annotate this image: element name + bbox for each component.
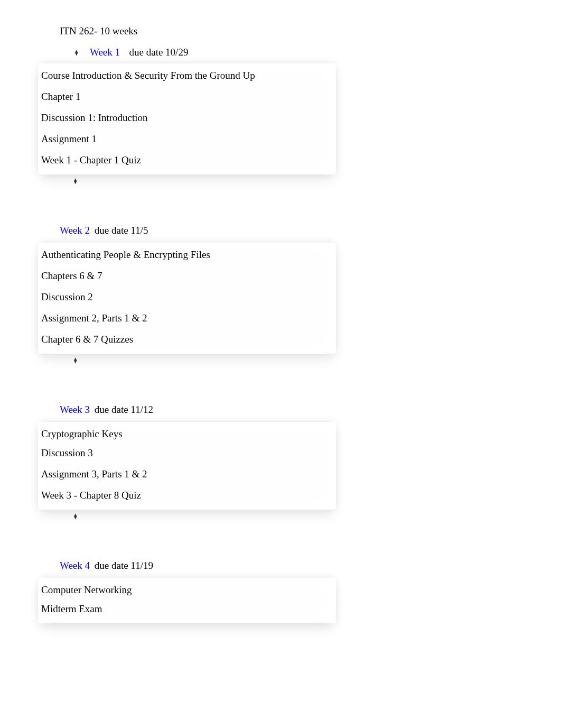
week-header-row: Week 3 due date 11/12	[60, 404, 561, 416]
content-line: Assignment 2, Parts 1 & 2	[41, 312, 333, 324]
bullet-icon: ⧫	[74, 178, 561, 185]
content-line: Chapter 1	[41, 91, 333, 103]
week-link[interactable]: Week 2	[60, 225, 90, 236]
content-line: Computer Networking	[41, 584, 333, 596]
course-title: ITN 262- 10 weeks	[60, 25, 561, 37]
content-line: Chapter 6 & 7 Quizzes	[41, 334, 333, 345]
week-header-row: Week 4 due date 11/19	[60, 560, 561, 572]
content-line: Chapters 6 & 7	[41, 270, 333, 282]
week-header-row: Week 2 due date 11/5	[60, 225, 561, 236]
bullet-icon: ⧫	[74, 357, 561, 364]
content-line: Midterm Exam	[41, 603, 333, 615]
content-line: Discussion 1: Introduction	[41, 112, 333, 124]
week-header-row: ⧫ Week 1 due date 10/29	[74, 47, 561, 58]
due-date-text: due date 11/19	[95, 560, 153, 571]
week4-content-box: Computer Networking Midterm Exam	[38, 578, 336, 623]
due-date-text: due date 11/5	[95, 225, 148, 236]
week3-content-box: Cryptographic Keys Discussion 3 Assignme…	[38, 422, 336, 510]
content-line: Week 1 - Chapter 1 Quiz	[41, 154, 333, 166]
due-date-text: due date 10/29	[129, 47, 189, 58]
content-line: Discussion 3	[41, 447, 333, 459]
week-link[interactable]: Week 4	[60, 560, 90, 571]
bullet-icon: ⧫	[74, 513, 561, 520]
week-link[interactable]: Week 1	[90, 47, 120, 58]
content-line: Discussion 2	[41, 291, 333, 303]
week1-content-box: Course Introduction & Security From the …	[38, 63, 336, 174]
content-line: Week 3 - Chapter 8 Quiz	[41, 490, 333, 501]
bullet-icon: ⧫	[74, 49, 78, 56]
due-date	[125, 47, 127, 58]
week-link[interactable]: Week 3	[60, 404, 90, 415]
content-line: Assignment 3, Parts 1 & 2	[41, 468, 333, 480]
due-date-text: due date 11/12	[95, 404, 153, 415]
content-line: Cryptographic Keys	[41, 428, 333, 440]
content-line: Assignment 1	[41, 133, 333, 145]
content-line: Course Introduction & Security From the …	[41, 70, 333, 81]
week2-content-box: Authenticating People & Encrypting Files…	[38, 243, 336, 354]
content-line: Authenticating People & Encrypting Files	[41, 249, 333, 261]
